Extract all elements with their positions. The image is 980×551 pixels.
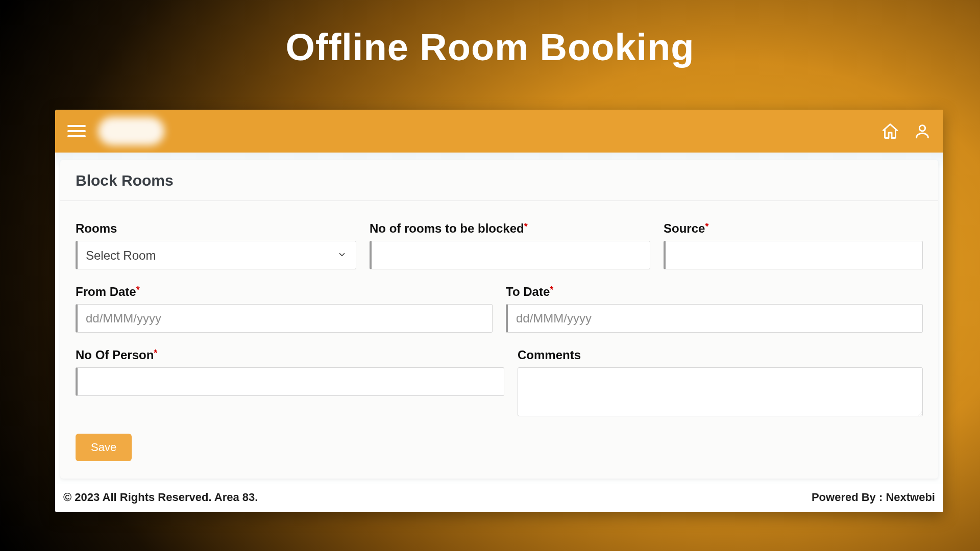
required-marker: * [524,221,528,232]
form-row-3: No Of Person* Comments [76,348,923,416]
label-persons-text: No Of Person [76,348,154,362]
label-to-date: To Date* [506,285,923,299]
panel-block-rooms: Block Rooms Rooms Select Room [60,160,938,479]
input-from-date[interactable] [86,305,484,332]
label-source-text: Source [664,221,705,235]
hamburger-icon[interactable] [67,122,86,140]
input-to-date-wrap [506,304,923,333]
footer-left: © 2023 All Rights Reserved. Area 83. [63,491,258,504]
footer-right: Powered By : Nextwebi [812,491,935,504]
app-window: Block Rooms Rooms Select Room [55,110,943,512]
input-rooms-blocked[interactable] [380,241,642,269]
user-icon[interactable] [914,122,931,140]
form: Rooms Select Room No of [60,201,938,416]
form-row-2: From Date* To Date* [76,285,923,333]
required-marker: * [154,348,157,358]
label-from-date-text: From Date [76,285,136,298]
select-rooms-wrap: Select Room [76,241,356,269]
label-rooms: Rooms [76,221,356,236]
label-persons: No Of Person* [76,348,504,362]
home-icon[interactable] [881,122,899,140]
footer: © 2023 All Rights Reserved. Area 83. Pow… [55,484,943,512]
save-button[interactable]: Save [76,434,132,461]
field-from-date: From Date* [76,285,493,333]
input-persons-wrap [76,367,504,396]
field-blocked: No of rooms to be blocked* [370,221,650,269]
label-to-date-text: To Date [506,285,550,298]
topbar-actions [881,122,931,140]
field-comments: Comments [518,348,923,416]
input-source-wrap [664,241,923,269]
stage: Offline Room Booking Block Rooms [0,0,980,551]
required-marker: * [705,221,708,232]
content-area: Block Rooms Rooms Select Room [55,153,943,484]
field-source: Source* [664,221,923,269]
required-marker: * [136,285,140,295]
required-marker: * [550,285,553,295]
field-persons: No Of Person* [76,348,504,416]
field-to-date: To Date* [506,285,923,333]
panel-title: Block Rooms [76,172,923,189]
input-from-date-wrap [76,304,493,333]
form-row-1: Rooms Select Room No of [76,221,923,269]
topbar [55,110,943,153]
input-to-date[interactable] [516,305,914,332]
textarea-comments[interactable] [518,367,923,416]
button-row: Save [60,416,938,461]
input-source[interactable] [674,241,914,269]
brand-logo [98,117,164,145]
hero-title: Offline Room Booking [0,0,980,69]
panel-header: Block Rooms [60,160,938,201]
select-rooms[interactable]: Select Room [86,241,348,269]
label-comments: Comments [518,348,923,362]
label-from-date: From Date* [76,285,493,299]
label-source: Source* [664,221,923,236]
field-rooms: Rooms Select Room [76,221,356,269]
label-blocked: No of rooms to be blocked* [370,221,650,236]
input-blocked-wrap [370,241,650,269]
label-blocked-text: No of rooms to be blocked [370,221,524,235]
input-persons[interactable] [86,368,496,395]
svg-point-0 [919,126,925,131]
